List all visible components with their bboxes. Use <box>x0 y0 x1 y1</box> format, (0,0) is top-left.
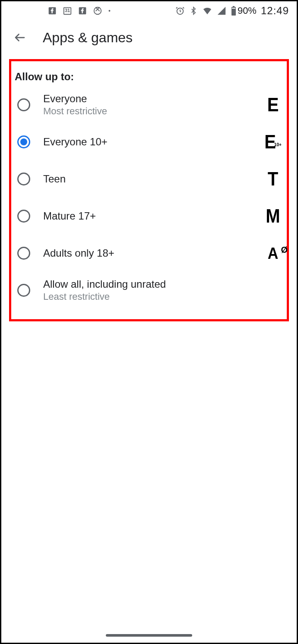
radio-icon <box>17 247 30 260</box>
facebook-icon-2 <box>78 6 87 15</box>
option-title: Everyone <box>43 93 263 105</box>
option-title: Allow all, including unrated <box>43 278 283 290</box>
radio-icon <box>17 173 30 185</box>
option-title: Everyone 10+ <box>43 136 263 148</box>
option-title: Teen <box>43 173 263 185</box>
option-subtitle: Least restrictive <box>43 291 283 302</box>
facebook-icon <box>48 6 57 15</box>
rating-option-teen[interactable]: Teen T <box>11 160 287 198</box>
autorotate-off-icon <box>93 6 102 16</box>
app-bar: Apps & games <box>1 20 297 55</box>
status-bar: 31 • 90% 12:49 <box>1 1 297 20</box>
content-restriction-panel: Allow up to: Everyone Most restrictive E… <box>9 59 289 321</box>
alarm-icon <box>175 6 185 16</box>
radio-icon <box>17 135 30 148</box>
radio-icon <box>17 98 30 111</box>
rating-option-adults-18[interactable]: Adults only 18+ AØ <box>11 235 287 272</box>
option-title: Adults only 18+ <box>43 247 263 259</box>
rating-option-mature-17[interactable]: Mature 17+ M <box>11 198 287 235</box>
rating-badge-ao: AØ <box>263 246 283 261</box>
radio-icon <box>17 284 30 297</box>
option-title: Mature 17+ <box>43 210 263 222</box>
clock: 12:49 <box>261 5 289 17</box>
svg-rect-6 <box>233 6 235 7</box>
rating-badge-e10: E 10+ <box>263 133 283 151</box>
bluetooth-icon <box>189 6 198 16</box>
calendar-date: 31 <box>63 8 72 13</box>
rating-option-everyone-10[interactable]: Everyone 10+ E 10+ <box>11 123 287 160</box>
page-title: Apps & games <box>43 30 133 46</box>
wifi-icon <box>202 6 212 16</box>
battery-percent: 90% <box>238 5 257 16</box>
radio-icon <box>17 210 30 223</box>
gesture-bar <box>106 634 192 637</box>
cell-signal-icon <box>217 6 226 16</box>
battery-icon: 90% <box>231 5 257 16</box>
dot-icon: • <box>108 7 111 14</box>
rating-option-everyone[interactable]: Everyone Most restrictive E <box>11 86 287 123</box>
back-button[interactable] <box>7 25 32 50</box>
svg-point-3 <box>94 7 101 15</box>
arrow-left-icon <box>13 31 26 44</box>
rating-badge-m: M <box>263 207 283 225</box>
section-heading: Allow up to: <box>11 61 287 86</box>
option-subtitle: Most restrictive <box>43 106 263 117</box>
calendar-icon: 31 <box>63 6 72 16</box>
rating-badge-t: T <box>263 170 283 188</box>
rating-badge-e: E <box>263 96 283 113</box>
rating-option-allow-all[interactable]: Allow all, including unrated Least restr… <box>11 272 287 309</box>
svg-rect-7 <box>232 8 235 9</box>
